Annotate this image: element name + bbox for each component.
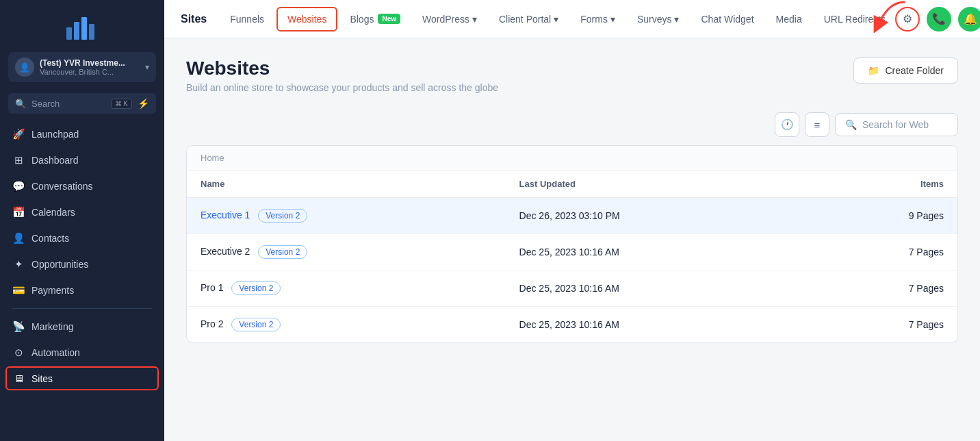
chevron-down-icon: ▾ bbox=[145, 62, 149, 72]
table-toolbar: 🕐 ≡ 🔍 Search for Web bbox=[186, 112, 958, 137]
sidebar-item-calendars[interactable]: 📅 Calendars bbox=[5, 200, 159, 225]
cell-last-updated: Dec 25, 2023 10:16 AM bbox=[506, 307, 810, 343]
cell-last-updated: Dec 25, 2023 10:16 AM bbox=[506, 234, 810, 270]
clock-icon: 🕐 bbox=[781, 118, 794, 131]
conversations-icon: 💬 bbox=[12, 180, 25, 192]
nav-divider bbox=[12, 308, 152, 309]
search-icon: 🔍 bbox=[15, 99, 26, 109]
table-row: Pro 1 Version 2 Dec 25, 2023 10:16 AM 7 … bbox=[187, 270, 957, 307]
cell-last-updated: Dec 25, 2023 10:16 AM bbox=[506, 270, 810, 307]
sidebar-item-conversations[interactable]: 💬 Conversations bbox=[5, 174, 159, 199]
tab-client-portal[interactable]: Client Portal ▾ bbox=[489, 8, 568, 30]
top-navigation: Sites Funnels Websites Blogs New WordPre… bbox=[164, 0, 980, 38]
blogs-label: Blogs bbox=[350, 14, 374, 25]
sidebar-item-label: Conversations bbox=[31, 181, 93, 192]
tab-surveys[interactable]: Surveys ▾ bbox=[628, 8, 689, 30]
sidebar-item-payments[interactable]: 💳 Payments bbox=[5, 278, 159, 303]
table-row: Executive 2 Version 2 Dec 25, 2023 10:16… bbox=[187, 234, 957, 270]
cell-items: 7 Pages bbox=[809, 234, 957, 270]
account-name: (Test) YVR Investme... bbox=[40, 58, 140, 68]
cell-items: 7 Pages bbox=[809, 307, 957, 343]
calendars-icon: 📅 bbox=[12, 206, 25, 218]
cell-name: Pro 1 Version 2 bbox=[187, 270, 506, 307]
sidebar-item-label: Launchpad bbox=[31, 129, 79, 140]
tab-blogs[interactable]: Blogs New bbox=[340, 8, 410, 30]
account-switcher[interactable]: 👤 (Test) YVR Investme... Vancouver, Brit… bbox=[8, 52, 156, 82]
version-badge: Version 2 bbox=[258, 245, 307, 259]
svg-rect-0 bbox=[66, 27, 72, 40]
col-header-items: Items bbox=[809, 171, 957, 198]
sidebar-item-label: Payments bbox=[31, 285, 74, 296]
sidebar-item-contacts[interactable]: 👤 Contacts bbox=[5, 226, 159, 251]
site-name: Executive 2 bbox=[201, 246, 250, 257]
sidebar-search[interactable]: 🔍 Search ⌘ K ⚡ bbox=[8, 93, 156, 114]
new-badge: New bbox=[378, 14, 400, 24]
sidebar-item-label: Automation bbox=[31, 347, 80, 358]
version-badge: Version 2 bbox=[231, 281, 281, 295]
tab-funnels[interactable]: Funnels bbox=[220, 8, 274, 30]
settings-button[interactable]: ⚙ bbox=[895, 7, 920, 32]
marketing-icon: 📡 bbox=[12, 320, 25, 333]
search-placeholder: Search for Web bbox=[862, 119, 929, 130]
avatar: 👤 bbox=[15, 58, 34, 77]
list-view-button[interactable]: ≡ bbox=[805, 112, 829, 137]
sidebar-item-marketing[interactable]: 📡 Marketing bbox=[5, 314, 159, 339]
sidebar-item-dashboard[interactable]: ⊞ Dashboard bbox=[5, 148, 159, 173]
breadcrumb: Home bbox=[187, 146, 957, 171]
version-badge: Version 2 bbox=[231, 318, 281, 331]
tab-forms[interactable]: Forms ▾ bbox=[571, 8, 625, 30]
cell-last-updated: Dec 26, 2023 03:10 PM bbox=[506, 198, 810, 234]
top-nav-right: ⚙ 📞 🔔 bbox=[895, 7, 980, 32]
tab-media[interactable]: Media bbox=[766, 8, 812, 30]
bolt-icon: ⚡ bbox=[138, 98, 149, 109]
version-badge: Version 2 bbox=[258, 209, 307, 223]
account-info: (Test) YVR Investme... Vancouver, Britis… bbox=[40, 58, 140, 76]
table-row: Executive 1 Version 2 Dec 26, 2023 03:10… bbox=[187, 198, 957, 234]
create-folder-button[interactable]: 📁 Create Folder bbox=[853, 58, 958, 84]
content-subtitle: Build an online store to showcase your p… bbox=[186, 82, 498, 93]
history-button[interactable]: 🕐 bbox=[775, 112, 799, 137]
chevron-down-icon: ▾ bbox=[674, 14, 679, 25]
sidebar-item-automation[interactable]: ⊙ Automation bbox=[5, 340, 159, 365]
sidebar-item-label: Opportunities bbox=[31, 259, 88, 270]
sidebar-item-label: Calendars bbox=[31, 207, 75, 218]
sidebar-item-opportunities[interactable]: ✦ Opportunities bbox=[5, 252, 159, 277]
contacts-icon: 👤 bbox=[12, 232, 25, 244]
dashboard-icon: ⊞ bbox=[12, 154, 25, 166]
cell-name: Pro 2 Version 2 bbox=[187, 307, 506, 343]
chevron-down-icon: ▾ bbox=[472, 14, 477, 25]
site-name-link[interactable]: Executive 1 bbox=[201, 210, 250, 220]
cell-items: 9 Pages bbox=[809, 198, 957, 234]
sites-icon: 🖥 bbox=[12, 373, 25, 384]
search-icon: 🔍 bbox=[845, 119, 857, 130]
tab-url-redirects[interactable]: URL Redirects bbox=[814, 8, 896, 30]
sidebar: 👤 (Test) YVR Investme... Vancouver, Brit… bbox=[0, 0, 164, 441]
content-area: Websites Build an online store to showca… bbox=[164, 38, 980, 441]
launchpad-icon: 🚀 bbox=[12, 128, 25, 140]
list-icon: ≡ bbox=[814, 119, 821, 131]
site-name: Pro 2 bbox=[201, 318, 223, 329]
phone-button[interactable]: 📞 bbox=[927, 7, 951, 32]
tab-wordpress[interactable]: WordPress ▾ bbox=[413, 8, 487, 30]
opportunities-icon: ✦ bbox=[12, 258, 25, 270]
main-content: Sites Funnels Websites Blogs New WordPre… bbox=[164, 0, 980, 441]
sidebar-item-launchpad[interactable]: 🚀 Launchpad bbox=[5, 122, 159, 147]
cell-name: Executive 1 Version 2 bbox=[187, 198, 506, 234]
tab-websites[interactable]: Websites bbox=[276, 7, 337, 32]
sidebar-item-sites[interactable]: 🖥 Sites bbox=[5, 366, 159, 390]
search-websites-input[interactable]: 🔍 Search for Web bbox=[835, 113, 958, 136]
sidebar-item-label: Sites bbox=[31, 373, 53, 384]
svg-rect-3 bbox=[89, 24, 94, 40]
content-title-group: Websites Build an online store to showca… bbox=[186, 58, 498, 93]
table-row: Pro 2 Version 2 Dec 25, 2023 10:16 AM 7 … bbox=[187, 307, 957, 343]
tab-chat-widget[interactable]: Chat Widget bbox=[691, 8, 763, 30]
folder-icon: 📁 bbox=[868, 65, 879, 76]
content-title: Websites bbox=[186, 58, 498, 79]
sidebar-item-label: Contacts bbox=[31, 233, 69, 244]
bell-icon: 🔔 bbox=[964, 12, 977, 25]
create-folder-label: Create Folder bbox=[885, 65, 944, 76]
data-table: Name Last Updated Items Executive 1 Vers… bbox=[187, 171, 957, 342]
notification-button[interactable]: 🔔 bbox=[958, 7, 980, 32]
account-location: Vancouver, British C... bbox=[40, 68, 140, 76]
svg-rect-1 bbox=[74, 22, 79, 40]
